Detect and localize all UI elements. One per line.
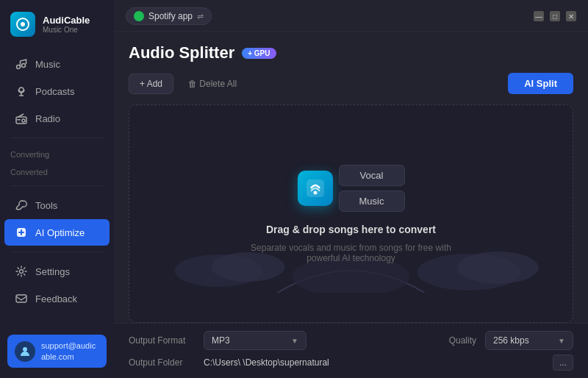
user-email: support@audic able.com <box>41 340 99 362</box>
minimize-button[interactable]: — <box>534 11 544 21</box>
folder-more-button[interactable]: ... <box>553 354 573 371</box>
app-name: AudiCable <box>43 15 90 26</box>
svg-rect-12 <box>16 295 26 302</box>
sidebar-item-settings[interactable]: Settings <box>4 258 110 285</box>
sidebar-item-podcasts-label: Podcasts <box>35 86 74 97</box>
app-subtitle: Music One <box>43 26 90 34</box>
feedback-icon <box>15 292 28 305</box>
delete-all-label: 🗑 Delete All <box>188 79 237 89</box>
settings-icon <box>15 265 28 278</box>
drop-zone-title: Drag & drop songs here to convert <box>266 224 436 235</box>
sidebar-item-music[interactable]: Music <box>4 51 110 77</box>
source-label: Spotify app <box>148 11 193 21</box>
page-header: Audio Splitter + GPU <box>129 43 573 63</box>
vocal-label: Vocal <box>360 170 384 181</box>
format-value: MP3 <box>212 335 230 346</box>
add-button[interactable]: + Add <box>129 74 173 94</box>
sidebar-item-settings-label: Settings <box>35 266 70 277</box>
ai-split-button[interactable]: AI Split <box>508 73 573 94</box>
window-controls: — □ ✕ <box>534 11 576 21</box>
sidebar-item-ai-optimize[interactable]: AI Optimize <box>4 219 110 246</box>
page-title: Audio Splitter <box>129 43 234 63</box>
user-avatar <box>15 341 35 362</box>
topbar: Spotify app ⇌ — □ ✕ <box>114 0 588 32</box>
ai-icon <box>15 226 28 239</box>
toolbar-left: + Add 🗑 Delete All <box>129 74 502 94</box>
app-logo-text: AudiCable Music One <box>43 15 90 34</box>
split-cards: Vocal Music <box>298 165 405 212</box>
tools-icon <box>15 199 28 212</box>
music-label: Music <box>359 196 384 207</box>
main-content: Spotify app ⇌ — □ ✕ Audio Splitter + GPU… <box>114 0 588 378</box>
quality-label: Quality <box>449 335 476 346</box>
drop-zone[interactable]: Vocal Music Drag & drop songs here to co… <box>129 104 573 323</box>
radio-icon <box>15 112 28 125</box>
sidebar-item-tools[interactable]: Tools <box>4 192 110 218</box>
sidebar-nav: Music Podcasts <box>0 47 114 327</box>
converted-section: Converted <box>0 162 114 179</box>
page-content: Audio Splitter + GPU + Add 🗑 Delete All … <box>114 32 588 323</box>
topbar-left: Spotify app ⇌ <box>126 7 212 25</box>
folder-path: C:\Users\ \Desktop\supernatural <box>204 357 544 368</box>
converting-section: Converting <box>0 144 114 162</box>
close-button[interactable]: ✕ <box>566 11 576 21</box>
footer-row-format: Output Format MP3 ▼ Quality 256 kbps ▼ <box>129 331 573 350</box>
spotify-icon <box>134 11 144 21</box>
app-logo-icon <box>10 12 35 37</box>
quality-select[interactable]: 256 kbps ▼ <box>485 331 573 350</box>
sidebar-footer: support@audic able.com <box>0 327 114 378</box>
svg-point-20 <box>313 190 317 194</box>
svg-point-8 <box>22 119 25 122</box>
svg-point-3 <box>22 64 26 68</box>
converted-label: Converted <box>10 168 48 176</box>
svg-point-11 <box>20 270 24 274</box>
drop-zone-subtitle: Separate vocals and music from songs for… <box>234 243 469 263</box>
sidebar-item-feedback-label: Feedback <box>35 293 77 304</box>
svg-point-17 <box>458 252 539 284</box>
source-arrow-icon: ⇌ <box>197 12 204 21</box>
sidebar-item-ai-label: AI Optimize <box>35 227 85 238</box>
sidebar: AudiCable Music One Music <box>0 0 114 378</box>
sidebar-item-radio[interactable]: Radio <box>4 105 110 132</box>
add-label: + Add <box>140 79 162 89</box>
format-select[interactable]: MP3 ▼ <box>204 331 306 350</box>
quality-section: Quality 256 kbps ▼ <box>449 331 573 350</box>
footer-row-folder: Output Folder C:\Users\ \Desktop\superna… <box>129 354 573 371</box>
format-chevron-icon: ▼ <box>291 337 298 345</box>
footer-bar: Output Format MP3 ▼ Quality 256 kbps ▼ O… <box>114 323 588 378</box>
podcasts-icon <box>15 85 28 98</box>
user-card[interactable]: support@audic able.com <box>7 335 107 368</box>
format-label: Output Format <box>129 335 195 346</box>
sidebar-item-feedback[interactable]: Feedback <box>4 285 110 312</box>
delete-all-button[interactable]: 🗑 Delete All <box>179 74 245 94</box>
sidebar-divider-3 <box>10 252 104 252</box>
sidebar-divider-1 <box>10 138 104 138</box>
svg-point-13 <box>23 347 27 352</box>
svg-point-1 <box>21 22 25 26</box>
app-logo: AudiCable Music One <box>0 0 114 47</box>
converting-label: Converting <box>10 150 49 159</box>
maximize-button[interactable]: □ <box>550 11 560 21</box>
sidebar-item-podcasts[interactable]: Podcasts <box>4 78 110 104</box>
sidebar-item-radio-label: Radio <box>35 113 60 124</box>
split-options: Vocal Music <box>339 165 405 212</box>
vocal-button[interactable]: Vocal <box>339 165 405 186</box>
sidebar-item-tools-label: Tools <box>35 200 57 211</box>
music-button[interactable]: Music <box>339 190 405 212</box>
source-button[interactable]: Spotify app ⇌ <box>126 7 212 25</box>
svg-rect-9 <box>17 119 21 121</box>
gpu-badge: + GPU <box>242 48 276 59</box>
sidebar-item-music-label: Music <box>35 59 60 70</box>
sidebar-divider-2 <box>10 185 104 186</box>
toolbar: + Add 🗑 Delete All AI Split <box>129 73 573 94</box>
quality-chevron-icon: ▼ <box>558 337 565 345</box>
folder-label: Output Folder <box>129 357 195 368</box>
svg-point-4 <box>19 88 24 92</box>
quality-value: 256 kbps <box>493 335 529 346</box>
app-card <box>298 171 333 206</box>
drop-zone-center: Vocal Music Drag & drop songs here to co… <box>234 165 469 263</box>
ai-split-label: AI Split <box>524 78 557 89</box>
music-icon <box>15 57 28 71</box>
folder-more-label: ... <box>559 357 567 368</box>
